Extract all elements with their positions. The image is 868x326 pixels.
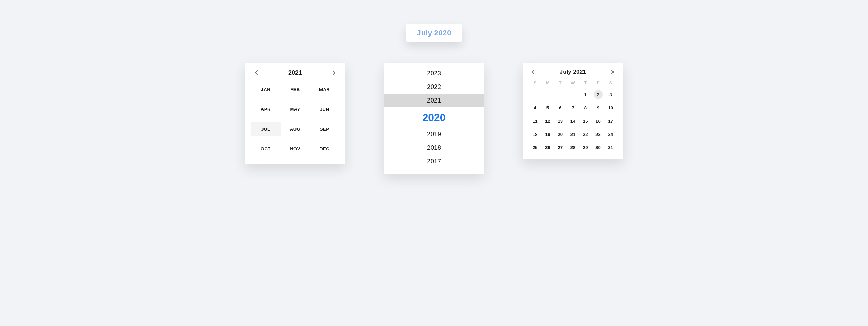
- day-cell-8[interactable]: 8: [579, 103, 592, 113]
- day-picker-header: July 2021: [529, 68, 617, 76]
- year-item-2019[interactable]: 2019: [384, 128, 484, 141]
- day-cell-30[interactable]: 30: [592, 142, 604, 152]
- day-cell-empty: [567, 90, 579, 99]
- chip-label: July 2020: [417, 28, 451, 37]
- pickers-row: 2021 JANFEBMARAPRMAYJUNJULAUGSEPOCTNOVDE…: [245, 63, 623, 174]
- month-cell-may[interactable]: MAY: [281, 103, 310, 116]
- day-cell-17[interactable]: 17: [604, 116, 617, 126]
- day-cell-31[interactable]: 31: [604, 142, 617, 152]
- month-grid: JANFEBMARAPRMAYJUNJULAUGSEPOCTNOVDEC: [251, 83, 339, 156]
- day-cell-16[interactable]: 16: [592, 116, 604, 126]
- weekday-label: T: [579, 81, 592, 85]
- day-cell-3[interactable]: 3: [604, 90, 617, 99]
- month-cell-oct[interactable]: OCT: [251, 142, 281, 156]
- chevron-right-icon: [333, 70, 335, 75]
- weekday-label: T: [554, 81, 567, 85]
- chevron-left-icon: [255, 70, 258, 75]
- day-cell-10[interactable]: 10: [604, 103, 617, 113]
- day-cell-5[interactable]: 5: [541, 103, 554, 113]
- prev-year-button[interactable]: [252, 69, 260, 76]
- day-cell-19[interactable]: 19: [541, 129, 554, 139]
- month-picker-year[interactable]: 2021: [288, 69, 302, 76]
- year-item-2017[interactable]: 2017: [384, 155, 484, 168]
- month-cell-apr[interactable]: APR: [251, 103, 281, 116]
- weekday-label: M: [541, 81, 554, 85]
- chevron-left-icon: [532, 70, 535, 74]
- day-cell-27[interactable]: 27: [554, 142, 567, 152]
- day-picker-panel: July 2021 SMTWTFS 1234567891011121314151…: [523, 63, 623, 159]
- weekday-label: W: [567, 81, 579, 85]
- day-cell-9[interactable]: 9: [592, 103, 604, 113]
- year-item-2020[interactable]: 2020: [384, 107, 484, 128]
- weekday-row: SMTWTFS: [529, 81, 617, 85]
- year-item-2018[interactable]: 2018: [384, 141, 484, 155]
- selected-month-chip[interactable]: July 2020: [406, 24, 461, 42]
- month-cell-feb[interactable]: FEB: [281, 83, 310, 96]
- day-cell-26[interactable]: 26: [541, 142, 554, 152]
- month-cell-aug[interactable]: AUG: [281, 122, 310, 136]
- month-picker-panel: 2021 JANFEBMARAPRMAYJUNJULAUGSEPOCTNOVDE…: [245, 63, 345, 164]
- day-cell-28[interactable]: 28: [567, 142, 579, 152]
- day-cell-13[interactable]: 13: [554, 116, 567, 126]
- day-cell-7[interactable]: 7: [567, 103, 579, 113]
- weekday-label: S: [529, 81, 541, 85]
- month-cell-jul[interactable]: JUL: [251, 122, 281, 136]
- month-cell-jun[interactable]: JUN: [310, 103, 339, 116]
- month-cell-nov[interactable]: NOV: [281, 142, 310, 156]
- day-cell-21[interactable]: 21: [567, 129, 579, 139]
- day-cell-24[interactable]: 24: [604, 129, 617, 139]
- day-cell-14[interactable]: 14: [567, 116, 579, 126]
- weekday-label: S: [604, 81, 617, 85]
- day-cell-empty: [529, 90, 541, 99]
- day-cell-6[interactable]: 6: [554, 103, 567, 113]
- month-cell-mar[interactable]: MAR: [310, 83, 339, 96]
- next-year-button[interactable]: [330, 69, 338, 76]
- day-cell-20[interactable]: 20: [554, 129, 567, 139]
- weekday-label: F: [592, 81, 604, 85]
- day-cell-empty: [554, 90, 567, 99]
- year-item-2021[interactable]: 2021: [384, 94, 484, 107]
- day-cell-15[interactable]: 15: [579, 116, 592, 126]
- month-picker-header: 2021: [251, 69, 339, 76]
- day-cell-18[interactable]: 18: [529, 129, 541, 139]
- day-cell-23[interactable]: 23: [592, 129, 604, 139]
- year-picker-panel: 2023202220212020201920182017: [384, 63, 484, 174]
- chevron-right-icon: [611, 70, 614, 74]
- day-cell-25[interactable]: 25: [529, 142, 541, 152]
- year-item-2022[interactable]: 2022: [384, 80, 484, 94]
- month-cell-dec[interactable]: DEC: [310, 142, 339, 156]
- month-cell-jan[interactable]: JAN: [251, 83, 281, 96]
- next-month-button[interactable]: [609, 68, 616, 76]
- day-grid: 1234567891011121314151617181920212223242…: [529, 90, 617, 152]
- year-item-2023[interactable]: 2023: [384, 67, 484, 80]
- day-cell-1[interactable]: 1: [579, 90, 592, 99]
- day-cell-11[interactable]: 11: [529, 116, 541, 126]
- day-cell-22[interactable]: 22: [579, 129, 592, 139]
- day-cell-2[interactable]: 2: [592, 90, 604, 99]
- day-cell-12[interactable]: 12: [541, 116, 554, 126]
- day-picker-title[interactable]: July 2021: [560, 68, 586, 75]
- day-cell-4[interactable]: 4: [529, 103, 541, 113]
- day-cell-29[interactable]: 29: [579, 142, 592, 152]
- day-cell-empty: [541, 90, 554, 99]
- month-cell-sep[interactable]: SEP: [310, 122, 339, 136]
- prev-month-button[interactable]: [529, 68, 537, 76]
